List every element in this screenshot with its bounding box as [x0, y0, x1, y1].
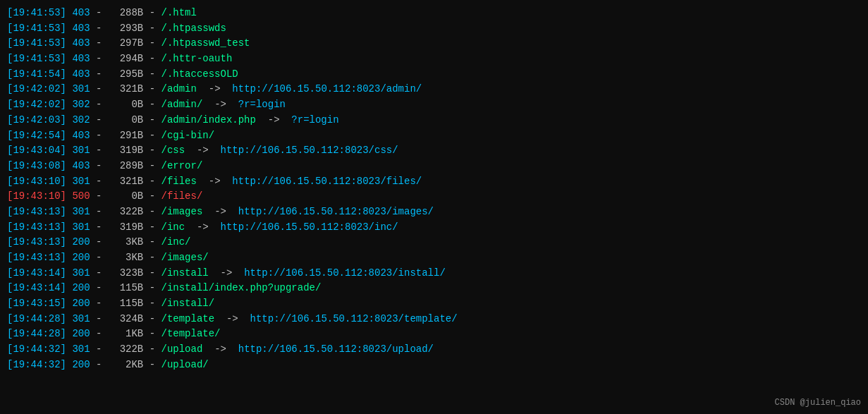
log-timestamp: [19:41:53]: [7, 7, 66, 18]
log-dash2: -: [149, 7, 155, 18]
log-arrow: ->: [209, 83, 221, 95]
log-size: 297B: [114, 37, 143, 49]
log-arrow: ->: [197, 145, 209, 156]
log-path: /css: [161, 145, 185, 156]
log-status: 200: [72, 359, 90, 370]
log-path: /admin: [161, 83, 197, 95]
log-line: [19:44:28] 301 - 324B - /template -> htt…: [7, 312, 861, 327]
log-dash2: -: [149, 236, 155, 248]
log-path: /template: [161, 313, 215, 324]
log-dash1: -: [96, 7, 102, 18]
log-dash1: -: [96, 313, 102, 324]
log-path: /.htpasswds: [161, 23, 226, 34]
log-timestamp: [19:43:10]: [7, 176, 66, 187]
log-size: 294B: [114, 53, 143, 64]
log-dash2: -: [149, 160, 155, 171]
log-size: 289B: [114, 160, 143, 171]
log-timestamp: [19:43:14]: [7, 282, 66, 293]
log-status: 403: [72, 68, 90, 80]
log-dash1: -: [96, 53, 102, 64]
log-dash1: -: [96, 37, 102, 49]
log-path: /inc/: [161, 236, 191, 248]
log-dash2: -: [149, 282, 155, 293]
log-dash1: -: [96, 83, 102, 95]
log-timestamp: [19:43:14]: [7, 267, 66, 279]
log-arrow: ->: [226, 313, 238, 324]
log-timestamp: [19:44:28]: [7, 313, 66, 324]
log-path: /inc: [161, 221, 185, 233]
log-path: /install: [161, 267, 209, 279]
log-status: 403: [72, 7, 90, 18]
log-dash1: -: [96, 99, 102, 110]
log-url: http://106.15.50.112:8023/css/: [221, 145, 398, 156]
log-path: /admin/index.php: [161, 114, 256, 126]
log-line: [19:43:10] 500 - 0B - /files/: [7, 189, 861, 205]
log-url: http://106.15.50.112:8023/template/: [250, 313, 458, 324]
log-dash1: -: [96, 68, 102, 80]
log-dash2: -: [149, 221, 155, 233]
log-url: http://106.15.50.112:8023/images/: [238, 206, 434, 217]
log-line: [19:44:32] 200 - 2KB - /upload/: [7, 358, 861, 373]
log-line: [19:43:08] 403 - 289B - /error/: [7, 159, 861, 174]
log-dash1: -: [96, 23, 102, 34]
log-timestamp: [19:43:13]: [7, 206, 66, 217]
log-path: /images: [161, 206, 203, 217]
log-size: 0B: [114, 99, 143, 110]
log-arrow: ->: [197, 221, 209, 233]
log-status: 200: [72, 236, 90, 248]
log-line: [19:41:53] 403 - 297B - /.htpasswd_test: [7, 36, 861, 51]
log-arrow: ->: [268, 114, 280, 126]
log-dash1: -: [96, 343, 102, 355]
log-status: 200: [72, 282, 90, 293]
log-size: 293B: [114, 23, 143, 34]
log-size: 322B: [114, 343, 143, 355]
log-dash1: -: [96, 160, 102, 171]
log-url: http://106.15.50.112:8023/install/: [244, 267, 446, 279]
log-status: 403: [72, 160, 90, 171]
log-status: 301: [72, 145, 90, 156]
log-size: 3KB: [114, 236, 143, 248]
log-line: [19:42:02] 302 - 0B - /admin/ -> ?r=logi…: [7, 97, 861, 113]
log-url: ?r=login: [291, 114, 338, 126]
log-dash2: -: [149, 298, 155, 309]
log-line: [19:43:13] 301 - 319B - /inc -> http://1…: [7, 220, 861, 236]
log-path: /template/: [161, 328, 221, 339]
log-path: /images/: [161, 252, 209, 263]
log-timestamp: [19:42:03]: [7, 114, 66, 126]
log-dash2: -: [149, 328, 155, 339]
log-size: 295B: [114, 68, 143, 80]
log-container: [19:41:53] 403 - 288B - /.html[19:41:53]…: [7, 6, 861, 373]
log-dash1: -: [96, 328, 102, 339]
log-timestamp: [19:42:02]: [7, 83, 66, 95]
log-line: [19:42:03] 302 - 0B - /admin/index.php -…: [7, 113, 861, 128]
log-status: 302: [72, 99, 90, 110]
log-size: 321B: [114, 83, 143, 95]
log-line: [19:41:53] 403 - 294B - /.httr-oauth: [7, 51, 861, 67]
log-dash2: -: [149, 130, 155, 141]
log-line: [19:43:04] 301 - 319B - /css -> http://1…: [7, 143, 861, 159]
log-dash2: -: [149, 145, 155, 156]
log-status: 301: [72, 206, 90, 217]
log-timestamp: [19:42:54]: [7, 130, 66, 141]
log-size: 324B: [114, 313, 143, 324]
log-dash1: -: [96, 282, 102, 293]
log-dash1: -: [96, 221, 102, 233]
log-timestamp: [19:43:10]: [7, 190, 66, 202]
log-path: /upload: [161, 343, 203, 355]
log-status: 200: [72, 298, 90, 309]
log-line: [19:41:53] 403 - 288B - /.html: [7, 6, 861, 21]
log-path: /files/: [161, 190, 203, 202]
log-arrow: ->: [221, 267, 233, 279]
log-path: /install/: [161, 298, 215, 309]
log-line: [19:44:28] 200 - 1KB - /template/: [7, 327, 861, 342]
log-line: [19:43:13] 200 - 3KB - /inc/: [7, 235, 861, 250]
log-line: [19:43:14] 301 - 323B - /install -> http…: [7, 266, 861, 281]
log-status: 301: [72, 221, 90, 233]
log-dash1: -: [96, 190, 102, 202]
log-arrow: ->: [214, 99, 226, 110]
log-line: [19:42:02] 301 - 321B - /admin -> http:/…: [7, 82, 861, 97]
log-line: [19:43:13] 301 - 322B - /images -> http:…: [7, 205, 861, 220]
log-path: /files: [161, 176, 197, 187]
log-dash2: -: [149, 267, 155, 279]
log-status: 403: [72, 37, 90, 49]
